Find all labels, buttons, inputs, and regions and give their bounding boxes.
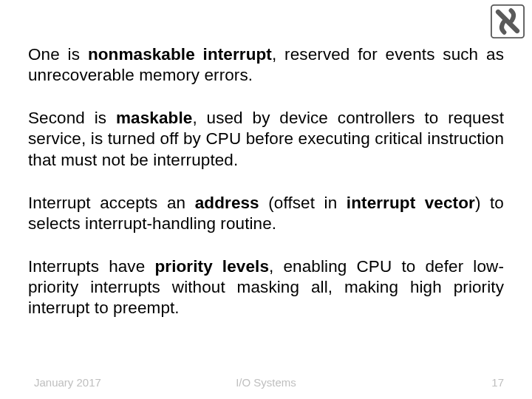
term-priority-levels: priority levels xyxy=(154,257,269,276)
paragraph-maskable: Second is maskable, used by device contr… xyxy=(28,108,504,170)
text: (offset in xyxy=(259,194,347,212)
slide: One is nonmaskable interrupt, reserved f… xyxy=(0,0,532,399)
footer-date: January 2017 xyxy=(34,376,101,389)
slide-footer: January 2017 I/O Systems 17 xyxy=(0,376,532,389)
term-interrupt-vector: interrupt vector xyxy=(347,194,475,212)
text: Interrupts have xyxy=(28,257,154,276)
footer-page-number: 17 xyxy=(491,376,504,389)
text: One is xyxy=(28,45,88,64)
term-nonmaskable-interrupt: nonmaskable interrupt xyxy=(88,45,272,64)
term-maskable: maskable xyxy=(116,109,192,127)
paragraph-priority: Interrupts have priority levels, enablin… xyxy=(28,256,504,318)
paragraph-address: Interrupt accepts an address (offset in … xyxy=(28,193,504,234)
aleph-logo-icon xyxy=(491,4,525,38)
text: Second is xyxy=(28,109,116,127)
term-address: address xyxy=(195,194,259,212)
institution-logo xyxy=(491,4,525,38)
text: Interrupt accepts an xyxy=(28,194,195,212)
paragraph-nonmaskable: One is nonmaskable interrupt, reserved f… xyxy=(28,44,504,86)
